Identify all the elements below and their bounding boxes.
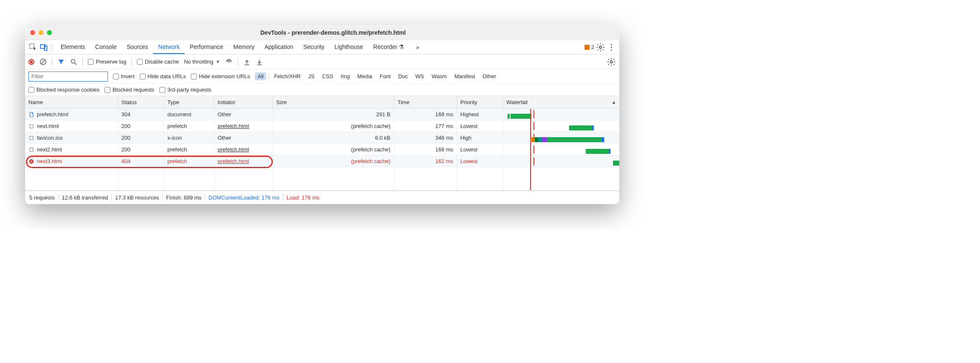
tab-security[interactable]: Security <box>298 41 330 54</box>
cell-waterfall <box>503 109 619 120</box>
disable-cache-label: Disable cache <box>145 59 179 65</box>
file-icon <box>28 135 34 141</box>
tab-elements[interactable]: Elements <box>56 41 90 54</box>
close-window-button[interactable] <box>30 30 35 35</box>
cell: 291 B <box>273 109 394 120</box>
clear-icon[interactable] <box>39 58 47 66</box>
cell: prefetch <box>164 156 214 167</box>
cell: Other <box>214 109 273 120</box>
hide-extension-urls-label: Hide extension URLs <box>199 73 250 79</box>
filter-type-all[interactable]: All <box>255 72 266 80</box>
col-time[interactable]: Time <box>394 96 457 108</box>
inspect-element-icon[interactable] <box>28 43 38 52</box>
tab-sources[interactable]: Sources <box>122 41 153 54</box>
filter-type-css[interactable]: CSS <box>320 72 336 80</box>
filter-type-doc[interactable]: Doc <box>395 72 410 80</box>
col-status[interactable]: Status <box>118 96 164 108</box>
tab-console[interactable]: Console <box>90 41 121 54</box>
status-load: Load: 176 ms <box>287 194 320 201</box>
network-settings-gear-icon[interactable] <box>607 57 616 66</box>
filter-icon[interactable] <box>57 58 65 66</box>
status-domcontentloaded: DOMContentLoaded: 176 ms <box>209 194 280 201</box>
devtools-window: DevTools - prerender-demos.glitch.me/pre… <box>25 25 619 204</box>
cell: 6.0 kB <box>273 132 394 143</box>
col-initiator[interactable]: Initiator <box>214 96 273 108</box>
cell-waterfall <box>503 132 619 143</box>
divider <box>52 58 52 66</box>
hide-extension-urls-checkbox[interactable]: Hide extension URLs <box>191 73 250 79</box>
download-har-icon[interactable] <box>256 58 263 66</box>
initiator-link[interactable]: prefetch.html <box>218 123 249 129</box>
settings-gear-icon[interactable] <box>596 43 605 52</box>
col-size[interactable]: Size <box>273 96 394 108</box>
filter-type-fetchxhr[interactable]: Fetch/XHR <box>272 72 303 80</box>
cell: 200 <box>118 120 164 132</box>
tab-performance[interactable]: Performance <box>185 41 228 54</box>
status-transferred: 12.6 kB transferred <box>62 194 108 201</box>
file-name: next.html <box>37 123 59 129</box>
divider <box>269 73 269 80</box>
col-name[interactable]: Name <box>25 96 118 108</box>
filter-type-img[interactable]: Img <box>338 72 352 80</box>
col-type[interactable]: Type <box>164 96 214 108</box>
tab-lighthouse[interactable]: Lighthouse <box>329 41 368 54</box>
svg-line-10 <box>74 63 77 65</box>
search-icon[interactable] <box>70 58 77 66</box>
disable-cache-checkbox[interactable]: Disable cache <box>137 59 179 65</box>
flask-icon: ⚗ <box>397 43 404 50</box>
upload-har-icon[interactable] <box>243 58 251 66</box>
filter-type-manifest[interactable]: Manifest <box>452 72 477 80</box>
filter-type-font[interactable]: Font <box>377 72 393 80</box>
invert-label: Invert <box>121 73 135 79</box>
preserve-log-checkbox[interactable]: Preserve log <box>88 59 126 65</box>
minimize-window-button[interactable] <box>38 30 44 35</box>
record-button[interactable] <box>28 59 34 65</box>
col-waterfall[interactable]: Waterfall▲ <box>503 96 619 108</box>
status-resources: 17.3 kB resources <box>115 194 159 201</box>
maximize-window-button[interactable] <box>47 30 52 35</box>
cell: 404 <box>118 156 164 167</box>
invert-checkbox[interactable]: Invert <box>113 73 135 79</box>
cell: Lowest <box>457 120 503 132</box>
svg-point-12 <box>610 61 613 63</box>
cell: 162 ms <box>394 156 457 167</box>
network-conditions-icon[interactable] <box>225 58 233 66</box>
tab-network[interactable]: Network <box>153 41 185 54</box>
more-menu-icon[interactable] <box>607 43 616 52</box>
blocked-cookies-checkbox[interactable]: Blocked response cookies <box>28 87 100 93</box>
filter-type-ws[interactable]: WS <box>413 72 427 80</box>
tab-memory[interactable]: Memory <box>228 41 260 54</box>
tab-application[interactable]: Application <box>259 41 298 54</box>
initiator-link[interactable]: prefetch.html <box>218 158 249 164</box>
more-tabs-button[interactable]: » <box>411 41 424 54</box>
tab-recorder[interactable]: Recorder ⚗ <box>368 41 409 54</box>
file-icon <box>28 147 34 153</box>
svg-point-11 <box>228 61 229 62</box>
cell: (prefetch cache) <box>273 156 394 167</box>
cell: (prefetch cache) <box>273 144 394 155</box>
initiator-link[interactable]: prefetch.html <box>218 146 249 153</box>
third-party-checkbox[interactable]: 3rd-party requests <box>159 87 212 93</box>
divider <box>52 43 52 51</box>
cell-name: favicon.ico <box>25 132 118 143</box>
network-grid-header: Name Status Type Initiator Size Time Pri… <box>25 96 619 109</box>
filter-type-js[interactable]: JS <box>305 72 317 80</box>
cell-name: next3.html <box>25 156 118 167</box>
cell: prefetch.html <box>214 120 273 132</box>
issues-chip[interactable]: 2 <box>585 44 594 50</box>
svg-point-4 <box>611 44 612 45</box>
throttling-select[interactable]: No throttling ▼ <box>184 59 220 65</box>
filter-type-media[interactable]: Media <box>355 72 375 80</box>
window-controls <box>30 30 52 35</box>
cell-name: next2.html <box>25 144 118 155</box>
filter-type-wasm[interactable]: Wasm <box>429 72 449 80</box>
filter-type-other[interactable]: Other <box>480 72 499 80</box>
blocked-requests-checkbox[interactable]: Blocked requests <box>105 87 154 93</box>
cell-name: prefetch.html <box>25 109 118 120</box>
issues-warning-icon <box>585 45 590 50</box>
hide-data-urls-label: Hide data URLs <box>148 73 186 79</box>
hide-data-urls-checkbox[interactable]: Hide data URLs <box>140 73 186 79</box>
filter-input[interactable] <box>28 72 108 82</box>
device-toolbar-icon[interactable] <box>39 43 49 52</box>
col-priority[interactable]: Priority <box>457 96 503 108</box>
